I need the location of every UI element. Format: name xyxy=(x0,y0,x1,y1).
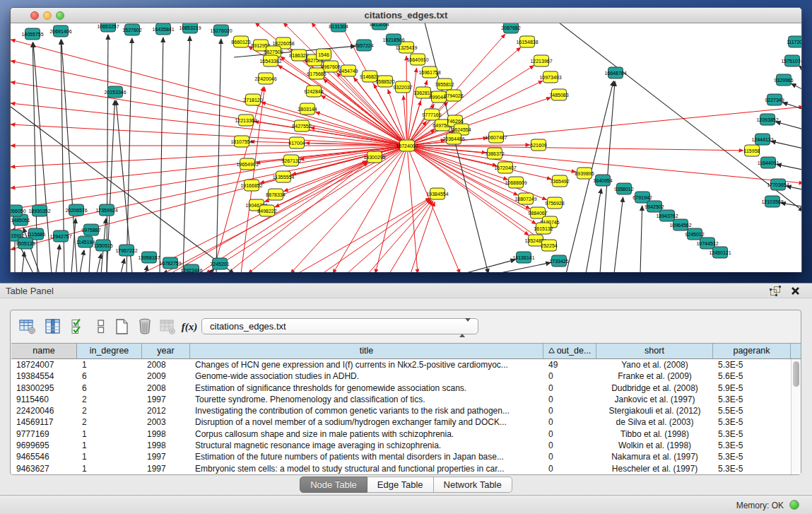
graph-node[interactable]: 12942757 xyxy=(49,230,71,242)
graph-node[interactable]: 13958167 xyxy=(138,252,160,263)
table-mode-icon[interactable] xyxy=(19,318,36,335)
graph-node[interactable]: 12213967 xyxy=(530,55,552,66)
graph-node[interactable]: 7245201 xyxy=(210,258,229,269)
graph-node[interactable]: 18930352 xyxy=(28,205,50,216)
graph-node[interactable]: 1117206 xyxy=(787,36,801,47)
graph-node[interactable]: 10973493 xyxy=(539,71,561,83)
column-header-year[interactable]: year xyxy=(142,344,190,358)
scrollbar-thumb[interactable] xyxy=(793,361,799,387)
graph-node[interactable]: 10688609 xyxy=(505,177,526,188)
graph-node[interactable]: 11644091 xyxy=(758,157,779,168)
graph-node[interactable]: 9329966 xyxy=(774,74,793,86)
graph-node[interactable]: 252254 xyxy=(541,240,557,251)
graph-node[interactable]: 19384554 xyxy=(426,188,448,199)
graph-node[interactable]: 7485083 xyxy=(549,89,568,100)
close-panel-icon[interactable] xyxy=(790,286,801,296)
graph-node[interactable]: 16648784 xyxy=(604,67,626,78)
table-row[interactable]: 977716911998Corpus callosum shape and si… xyxy=(11,428,791,440)
table-row[interactable]: 911546021997Tourette syndrome. Phenomeno… xyxy=(11,394,791,405)
graph-node[interactable]: 16435841 xyxy=(152,23,174,35)
graph-node[interactable]: 12450121 xyxy=(709,247,731,258)
graph-node[interactable]: 18300295 xyxy=(363,151,385,163)
tab-node-table[interactable]: Node Table xyxy=(300,477,367,493)
graph-node[interactable]: 16720407 xyxy=(494,162,516,173)
column-header-short[interactable]: short xyxy=(596,344,713,358)
window-titlebar[interactable]: citations_edges.txt xyxy=(11,8,801,23)
graph-node[interactable]: 7857224 xyxy=(354,40,373,51)
graph-node[interactable]: 17703654 xyxy=(767,179,789,190)
table-select-dropdown[interactable]: citations_edges.txt xyxy=(201,318,478,334)
graph-node[interactable]: 9794028 xyxy=(444,90,463,101)
graph-node[interactable]: 17359924 xyxy=(95,204,117,216)
graph-node[interactable]: 12213363 xyxy=(235,115,257,126)
graph-node[interactable]: 16640910 xyxy=(406,54,428,65)
graph-node[interactable]: 9975887 xyxy=(81,224,100,235)
table-row[interactable]: 946554611997Estimation of the future num… xyxy=(11,451,791,462)
graph-node[interactable]: 621609 xyxy=(530,139,546,151)
graph-node[interactable]: 7386372 xyxy=(485,148,504,159)
graph-node[interactable]: 16782759 xyxy=(159,257,181,269)
show-columns-icon[interactable] xyxy=(45,318,61,335)
network-canvas[interactable]: 1872400786601238912954182260589827509165… xyxy=(11,23,801,272)
table-row[interactable]: 1456911722003Disruption of a novel membe… xyxy=(11,416,791,428)
column-header-title[interactable]: title xyxy=(190,344,543,358)
graph-node[interactable]: 9242848 xyxy=(304,86,323,97)
graph-node[interactable]: 16154838 xyxy=(516,36,538,47)
graph-node[interactable]: 1350515 xyxy=(93,240,112,251)
row-height-icon[interactable] xyxy=(93,318,110,335)
graph-node[interactable]: 8878334 xyxy=(266,189,285,200)
column-header-out_de[interactable]: out_de... xyxy=(543,344,596,358)
graph-node[interactable]: 1546 xyxy=(317,49,331,60)
graph-node[interactable]: 7365492 xyxy=(550,175,569,187)
graph-node[interactable]: 7855812 xyxy=(435,78,454,90)
graph-node[interactable]: 417004 xyxy=(288,137,305,148)
graph-node[interactable]: 2718120 xyxy=(243,94,262,105)
graph-node[interactable]: 9777169 xyxy=(422,109,441,120)
column-header-name[interactable]: name xyxy=(11,344,77,358)
graph-node[interactable]: 16961758 xyxy=(418,66,440,78)
graph-node[interactable]: 115958 xyxy=(744,145,760,156)
graph-node[interactable]: 20153346 xyxy=(104,86,126,98)
graph-node[interactable]: 9505135 xyxy=(16,238,35,249)
graph-node[interactable]: 9267130 xyxy=(281,155,300,166)
graph-node[interactable]: 8498222 xyxy=(257,205,276,216)
graph-node[interactable]: 19166852 xyxy=(240,180,262,191)
graph-node[interactable]: 10853219 xyxy=(179,23,201,33)
graph-node[interactable]: 22420046 xyxy=(254,73,276,84)
graph-node[interactable]: 15751074 xyxy=(781,55,801,66)
graph-node[interactable]: 1527602 xyxy=(122,24,141,35)
graph-node[interactable]: 9756928 xyxy=(545,197,564,209)
table-row[interactable]: 1938455462009Genome-wide association stu… xyxy=(11,370,791,382)
graph-node[interactable]: 9175685 xyxy=(307,68,326,79)
graph-node[interactable]: 12103568 xyxy=(761,196,783,207)
table-row[interactable]: 946362711997Embryonic stem cells: a mode… xyxy=(11,463,791,474)
graph-node[interactable]: 14055755 xyxy=(21,28,43,40)
graph-node[interactable]: 1615132 xyxy=(534,223,553,234)
table-row[interactable]: 2242004622012Investigating the contribut… xyxy=(11,405,791,416)
graph-node[interactable]: 20691406 xyxy=(49,25,71,37)
graph-node[interactable]: 17957222 xyxy=(115,245,137,256)
table-row[interactable]: 1872400712008Changes of HCN gene express… xyxy=(11,359,791,370)
graph-node[interactable]: 1640954 xyxy=(593,175,612,186)
graph-node[interactable]: 8454749 xyxy=(339,65,358,76)
graph-node[interactable]: 8427552 xyxy=(292,120,311,132)
graph-node[interactable]: 20206576 xyxy=(65,204,87,216)
table-row[interactable]: 1830029562008Estimation of significance … xyxy=(11,382,791,394)
graph-node[interactable]: 12444133 xyxy=(751,134,773,145)
function-builder-icon[interactable]: f(x) xyxy=(181,318,198,335)
column-header-in_degree[interactable]: in_degree xyxy=(77,344,142,358)
graph-node[interactable]: 9322037 xyxy=(393,81,412,93)
graph-node[interactable]: 8939895 xyxy=(575,168,594,179)
delete-column-icon[interactable] xyxy=(136,318,153,335)
graph-node[interactable]: 1588520 xyxy=(375,76,394,87)
graph-node[interactable]: 8813054 xyxy=(370,23,389,30)
create-column-icon[interactable] xyxy=(114,318,131,335)
graph-node[interactable]: 12093852 xyxy=(756,114,778,125)
column-header-pagerank[interactable]: pagerank xyxy=(713,344,791,358)
tab-network-table[interactable]: Network Table xyxy=(434,477,512,493)
float-window-icon[interactable] xyxy=(770,286,781,296)
graph-node[interactable]: 8131304 xyxy=(329,23,348,32)
graph-node[interactable]: 2803144 xyxy=(298,103,317,115)
graph-node[interactable]: 9227349 xyxy=(765,94,784,105)
graph-node[interactable]: 11355554 xyxy=(273,171,295,182)
